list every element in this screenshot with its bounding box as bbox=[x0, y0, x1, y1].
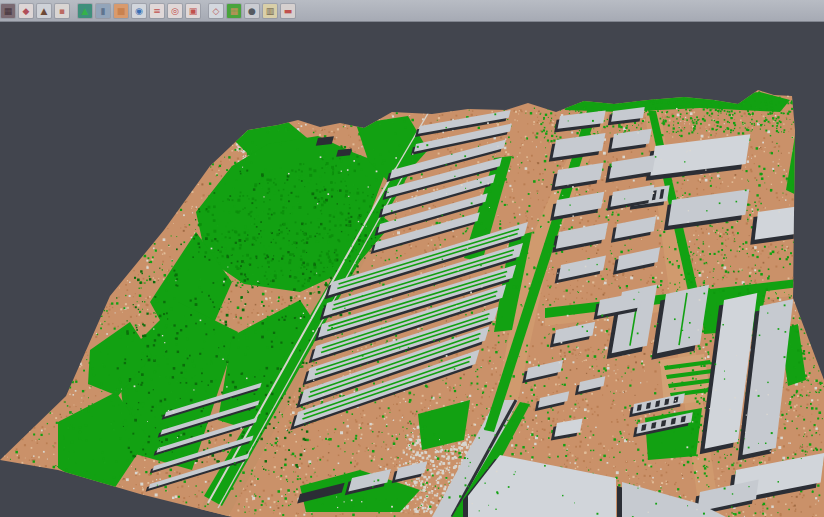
globe-icon[interactable]: ◉ bbox=[132, 4, 146, 18]
scatter-icon[interactable]: ◆ bbox=[19, 4, 33, 18]
main-toolbar: ▦◆▲▪▲▮■◉≡◎▣◇▦●▥▬ bbox=[0, 0, 824, 22]
viewport-3d-point-cloud[interactable] bbox=[0, 23, 824, 517]
target-icon[interactable]: ◇ bbox=[209, 4, 223, 18]
app-window: { "toolbar": { "icons": [ {"name":"datab… bbox=[0, 0, 824, 517]
flag-icon[interactable]: ▬ bbox=[281, 4, 295, 18]
settings-icon[interactable]: ◎ bbox=[168, 4, 182, 18]
layers-icon[interactable]: ≡ bbox=[150, 4, 164, 18]
sphere-icon[interactable]: ● bbox=[245, 4, 259, 18]
classification-icon[interactable]: ▦ bbox=[227, 4, 241, 18]
terrain-icon[interactable]: ▲ bbox=[78, 4, 92, 18]
mountain-icon[interactable]: ▲ bbox=[37, 4, 51, 18]
viewport bbox=[0, 23, 824, 517]
selection-icon[interactable]: ▣ bbox=[186, 4, 200, 18]
profile-icon[interactable]: ▮ bbox=[96, 4, 110, 18]
points-icon[interactable]: ▪ bbox=[55, 4, 69, 18]
database-icon[interactable]: ▦ bbox=[1, 4, 15, 18]
measure-icon[interactable]: ▥ bbox=[263, 4, 277, 18]
ortho-icon[interactable]: ■ bbox=[114, 4, 128, 18]
